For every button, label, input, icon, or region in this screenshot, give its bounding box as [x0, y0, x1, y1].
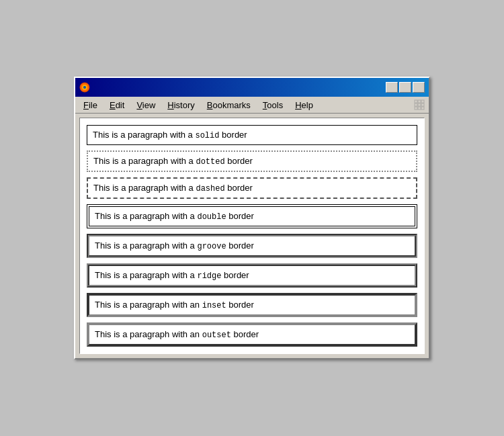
svg-rect-7 [418, 103, 421, 106]
menu-edit[interactable]: Edit [104, 99, 130, 112]
paragraph-inset: This is a paragraph with an inset border [87, 293, 417, 317]
svg-rect-11 [421, 107, 424, 110]
menu-help[interactable]: Help [290, 99, 319, 112]
paragraph-dotted: This is a paragraph with a dotted border [87, 150, 417, 172]
paragraph-groove: This is a paragraph with a groove border [87, 234, 417, 258]
menu-bookmarks[interactable]: Bookmarks [202, 99, 256, 112]
browser-window: File Edit View History Bookmarks Tools H… [74, 77, 430, 359]
browser-icon [79, 82, 90, 93]
window-controls [386, 82, 425, 93]
title-bar [75, 78, 429, 97]
network-icon [413, 98, 426, 112]
svg-rect-10 [418, 107, 421, 110]
menu-tools[interactable]: Tools [257, 99, 288, 112]
paragraph-double: This is a paragraph with a double border [87, 204, 417, 228]
svg-rect-8 [421, 103, 424, 106]
menu-view[interactable]: View [131, 99, 161, 112]
paragraph-dashed: This is a paragraph with a dashed border [87, 177, 417, 199]
maximize-button[interactable] [399, 82, 411, 93]
close-button[interactable] [413, 82, 425, 93]
svg-rect-3 [415, 100, 417, 103]
paragraph-outset: This is a paragraph with an outset borde… [87, 322, 417, 347]
menu-bar: File Edit View History Bookmarks Tools H… [75, 97, 429, 114]
svg-rect-4 [418, 100, 421, 103]
content-area: This is a paragraph with a solid borderT… [79, 118, 425, 354]
border-type-label: inset [202, 301, 226, 310]
border-type-label: ridge [197, 271, 221, 281]
border-type-label: outset [202, 331, 231, 340]
paragraph-container: This is a paragraph with a solid borderT… [87, 125, 417, 347]
border-type-label: solid [195, 131, 219, 140]
paragraph-ridge: This is a paragraph with a ridge border [87, 263, 417, 288]
svg-rect-6 [415, 103, 417, 106]
menu-history[interactable]: History [162, 99, 200, 112]
svg-rect-9 [415, 107, 417, 110]
menu-file[interactable]: File [78, 99, 103, 112]
svg-rect-5 [421, 100, 424, 103]
minimize-button[interactable] [386, 82, 398, 93]
border-type-label: groove [197, 242, 226, 251]
border-type-label: double [197, 212, 226, 222]
title-bar-left [79, 82, 94, 93]
border-type-label: dashed [196, 184, 224, 193]
border-type-label: dotted [196, 157, 224, 167]
svg-point-2 [83, 86, 86, 89]
paragraph-solid: This is a paragraph with a solid border [87, 125, 417, 145]
